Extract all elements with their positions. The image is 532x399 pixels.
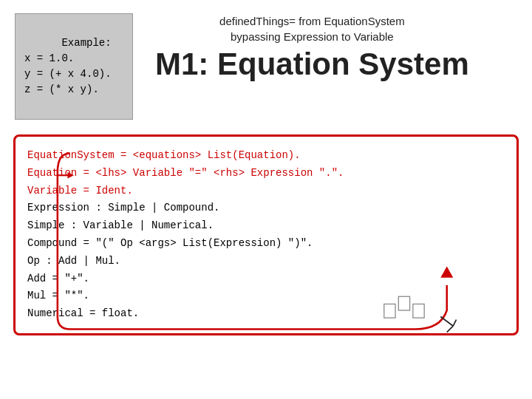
grammar-line-10: Numerical = float.	[27, 305, 505, 323]
example-box: Example: x = 1.0. y = (+ x 4.0). z = (* …	[15, 13, 133, 120]
grammar-line-5: Simple : Variable | Numerical.	[27, 217, 505, 235]
example-line1: x = 1.0.	[24, 52, 74, 64]
subtitle: definedThings= from EquationSystem bypas…	[155, 13, 469, 44]
example-line3: z = (* x y).	[24, 83, 99, 95]
grammar-line-1: EquationSystem = <equations> List(Equati…	[27, 147, 505, 165]
grammar-line-6: Compound = "(" Op <args> List(Expression…	[27, 235, 505, 253]
page-container: Example: x = 1.0. y = (+ x 4.0). z = (* …	[0, 0, 532, 335]
grammar-line-7: Op : Add | Mul.	[27, 253, 505, 270]
grammar-box: EquationSystem = <equations> List(Equati…	[13, 134, 519, 335]
example-line2: y = (+ x 4.0).	[24, 68, 112, 80]
title-area: definedThings= from EquationSystem bypas…	[155, 13, 469, 81]
subtitle-line1: definedThings= from EquationSystem	[219, 15, 405, 27]
subtitle-line2: bypassing Expression to Variable	[231, 30, 394, 43]
grammar-line-8: Add = "+".	[27, 270, 505, 288]
grammar-section: EquationSystem = <equations> List(Equati…	[13, 134, 519, 335]
grammar-line-2: Equation = <lhs> Variable "=" <rhs> Expr…	[27, 165, 505, 183]
grammar-line-4: Expression : Simple | Compound.	[27, 200, 505, 217]
grammar-container: EquationSystem = <equations> List(Equati…	[13, 134, 519, 335]
example-label: Example:	[61, 37, 111, 49]
main-title: M1: Equation System	[155, 47, 469, 81]
grammar-line-9: Mul = "*".	[27, 287, 505, 305]
grammar-line-3: Variable = Ident.	[27, 183, 505, 200]
top-section: Example: x = 1.0. y = (+ x 4.0). z = (* …	[0, 0, 532, 127]
